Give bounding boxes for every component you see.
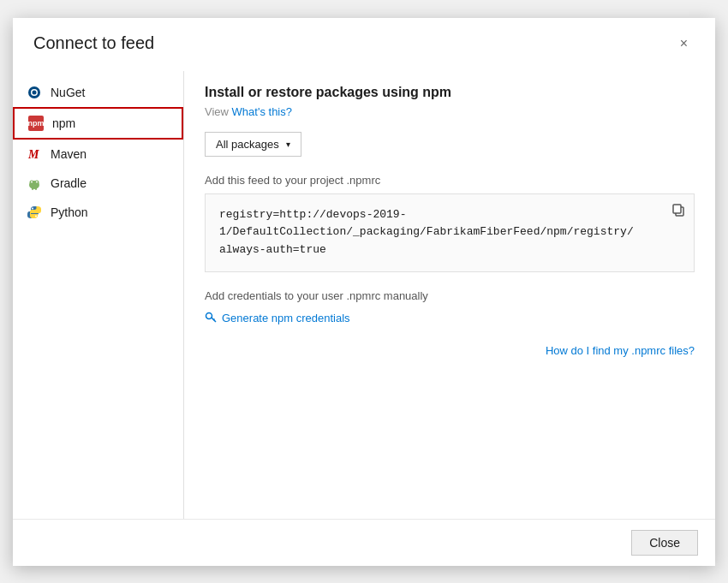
help-npmrc-files-link[interactable]: How do I find my .npmrc files?: [546, 344, 695, 357]
sidebar-item-nuget[interactable]: NuGet: [13, 78, 183, 107]
project-npmrc-label: Add this feed to your project .npmrc: [205, 174, 695, 187]
dialog-close-icon-button[interactable]: ×: [673, 33, 695, 54]
sidebar-maven-label: Maven: [51, 147, 87, 161]
svg-rect-9: [32, 187, 33, 190]
svg-rect-14: [673, 205, 681, 213]
dialog-title: Connect to feed: [33, 33, 154, 53]
whats-this-link[interactable]: What's this?: [232, 105, 292, 118]
help-link-container: How do I find my .npmrc files?: [205, 342, 695, 358]
sidebar-item-gradle[interactable]: Gradle: [13, 169, 183, 198]
sidebar-item-maven[interactable]: M Maven: [13, 140, 183, 169]
npm-icon: npm: [28, 116, 44, 131]
view-whats-this: View What's this?: [205, 105, 695, 118]
sidebar-item-npm[interactable]: npm npm: [13, 107, 183, 140]
svg-point-12: [35, 215, 37, 217]
chevron-down-icon: ▾: [286, 140, 290, 149]
sidebar-python-label: Python: [51, 205, 88, 219]
svg-text:M: M: [27, 148, 39, 161]
svg-point-7: [31, 181, 33, 182]
code-block: registry=http://devops-2019-1/DefaultCol…: [205, 193, 695, 272]
svg-point-8: [36, 181, 38, 182]
sidebar-nuget-label: NuGet: [51, 86, 85, 99]
dialog-footer: Close: [13, 519, 715, 566]
copy-icon[interactable]: [671, 203, 685, 225]
svg-point-11: [32, 207, 33, 209]
close-button[interactable]: Close: [631, 530, 698, 556]
main-title: Install or restore packages using npm: [205, 85, 695, 100]
svg-line-17: [213, 318, 215, 320]
nuget-icon: [27, 85, 42, 100]
dialog-body: NuGet npm npm M Maven: [13, 62, 715, 519]
credentials-label: Add credentials to your user .npmrc manu…: [205, 289, 695, 302]
svg-point-2: [33, 90, 37, 94]
all-packages-dropdown[interactable]: All packages ▾: [205, 132, 301, 157]
dialog-header: Connect to feed ×: [13, 18, 715, 62]
registry-code: registry=http://devops-2019-1/DefaultCol…: [219, 208, 634, 257]
maven-icon: M: [27, 146, 42, 162]
sidebar-gradle-label: Gradle: [51, 176, 87, 190]
sidebar: NuGet npm npm M Maven: [13, 71, 184, 519]
sidebar-item-python[interactable]: Python: [13, 198, 183, 227]
sidebar-npm-label: npm: [52, 116, 75, 130]
svg-rect-10: [35, 187, 37, 190]
main-content: Install or restore packages using npm Vi…: [184, 71, 715, 519]
key-icon: [205, 311, 217, 325]
gradle-icon: [27, 175, 42, 191]
connect-to-feed-dialog: Connect to feed × NuGet npm: [13, 18, 715, 566]
generate-npm-credentials-link[interactable]: Generate npm credentials: [205, 311, 695, 325]
python-icon: [27, 205, 42, 220]
